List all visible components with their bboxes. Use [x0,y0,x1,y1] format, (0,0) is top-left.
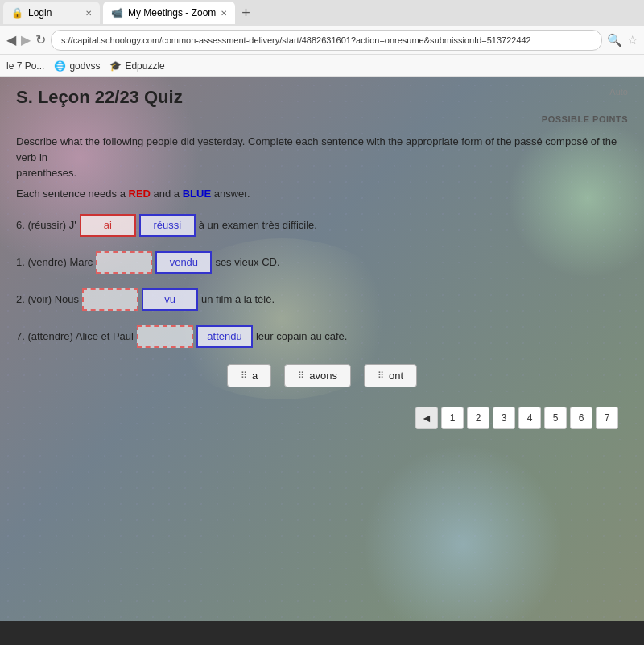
instructions: Describe what the following people did y… [16,134,628,181]
instructions-text1: Describe what the following people did y… [16,135,617,163]
pagination-page-6[interactable]: 6 [570,407,592,429]
pagination-page-5[interactable]: 5 [544,407,567,429]
red-label: RED [129,188,151,200]
q7-blue-answer[interactable]: attendu [196,325,253,348]
drag-area: ⠿ a ⠿ avons ⠿ ont [16,364,628,387]
zoom-tab-label: My Meetings - Zoom [128,7,216,19]
login-tab-close[interactable]: ✕ [85,9,92,18]
q6-number: 6. (réussir) J' [16,219,76,231]
question-row-1: 1. (vendre) Marc vendu ses vieux CD. [16,251,628,274]
search-icon[interactable]: 🔍 [607,33,622,48]
instructions-text2: parentheses. [16,167,76,179]
q2-blue-answer[interactable]: vu [142,288,198,311]
drag-btn-ont-label: ont [389,370,403,382]
q1-text: 1. (vendre) Marc [16,256,93,268]
drag-btn-a[interactable]: ⠿ a [227,364,271,387]
q1-red-answer[interactable] [96,251,152,274]
blue-label: BLUE [183,188,211,200]
back-button[interactable]: ◀ [6,32,16,48]
bookmarks-bar: le 7 Po... 🌐 godvss 🎓 Edpuzzle [0,55,644,77]
refresh-button[interactable]: ↻ [35,32,46,48]
q7-red-answer[interactable] [137,325,193,348]
question-row-6: 6. (réussir) J' ai réussi à un examen tr… [16,214,628,237]
tab-login[interactable]: 🔒 Login ✕ [3,2,100,24]
godvss-icon: 🌐 [54,60,66,72]
sentence-note-prefix: Each sentence needs a [16,188,129,200]
login-tab-label: Login [28,7,52,19]
pagination-page-4[interactable]: 4 [518,407,541,429]
browser-chrome: 🔒 Login ✕ 📹 My Meetings - Zoom ✕ + ◀ ▶ ↻… [0,0,644,77]
q2-red-answer[interactable] [82,288,138,311]
page-title: S. Leçon 22/23 Quiz [16,87,628,108]
sentence-note: Each sentence needs a RED and a BLUE ans… [16,188,628,200]
pagination-page-3[interactable]: 3 [493,407,515,429]
pagination-prev[interactable]: ◄ [415,407,438,429]
bookmark-godvss-label: godvss [69,60,100,72]
q2-text: 2. (voir) Nous [16,293,79,305]
q7-rest: leur copain au café. [256,330,347,342]
address-bar-row: ◀ ▶ ↻ s://capital.schoology.com/common-a… [0,26,644,55]
pagination-page-7[interactable]: 7 [596,407,618,429]
bookmark-edpuzzle-label: Edpuzzle [125,60,164,72]
q6-rest: à un examen très difficile. [199,219,317,231]
star-icon[interactable]: ☆ [627,33,638,48]
bookmark-le7po-label: le 7 Po... [6,60,44,72]
pagination-page-2[interactable]: 2 [467,407,489,429]
q6-blue-answer[interactable]: réussi [139,214,196,237]
question-row-7: 7. (attendre) Alice et Paul attendu leur… [16,325,628,348]
drag-icon-a: ⠿ [241,370,247,381]
pagination-page-1[interactable]: 1 [441,407,464,429]
page-content: S. Leçon 22/23 Quiz Auto POSSIBLE POINTS… [0,77,644,621]
address-bar[interactable]: s://capital.schoology.com/common-assessm… [51,30,602,51]
q1-blue-answer[interactable]: vendu [155,251,212,274]
q1-rest: ses vieux CD. [215,256,279,268]
drag-btn-avons[interactable]: ⠿ avons [284,364,351,387]
tab-zoom[interactable]: 📹 My Meetings - Zoom ✕ [103,2,235,24]
edpuzzle-icon: 🎓 [109,60,122,72]
sentence-note-middle: and a [151,188,183,200]
bottom-bar [0,621,644,645]
question-row-2: 2. (voir) Nous vu un film à la télé. [16,288,628,311]
drag-btn-ont[interactable]: ⠿ ont [364,364,417,387]
address-text: s://capital.schoology.com/common-assessm… [61,35,531,45]
drag-btn-a-label: a [252,370,258,382]
q6-red-answer[interactable]: ai [80,214,136,237]
drag-btn-avons-label: avons [309,370,337,382]
bookmark-edpuzzle[interactable]: 🎓 Edpuzzle [109,60,164,72]
auto-save-label: Auto [609,87,628,97]
possible-points-label: POSSIBLE POINTS [16,114,628,124]
tab-bar: 🔒 Login ✕ 📹 My Meetings - Zoom ✕ + [0,0,644,26]
sentence-note-suffix: answer. [211,188,250,200]
pagination: ◄ 1 2 3 4 5 6 7 [16,400,628,436]
zoom-tab-icon: 📹 [111,7,123,19]
bookmark-godvss[interactable]: 🌐 godvss [54,60,100,72]
drag-icon-avons: ⠿ [298,370,304,381]
bookmark-le7po[interactable]: le 7 Po... [6,60,44,72]
zoom-tab-close[interactable]: ✕ [221,9,227,18]
login-tab-icon: 🔒 [11,7,23,19]
forward-button[interactable]: ▶ [21,32,31,48]
new-tab-button[interactable]: + [238,5,254,22]
q7-text: 7. (attendre) Alice et Paul [16,330,134,342]
drag-icon-ont: ⠿ [378,370,384,381]
q2-rest: un film à la télé. [201,293,275,305]
